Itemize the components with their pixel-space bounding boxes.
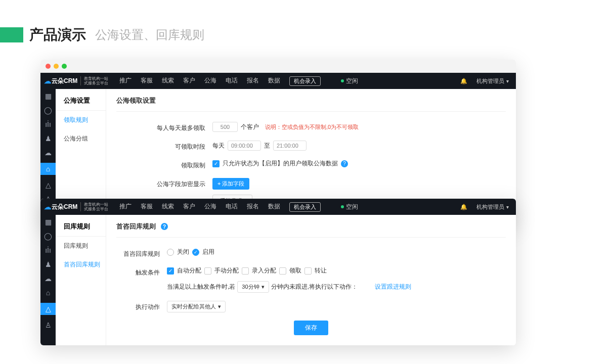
unit-text: 个客户 bbox=[241, 123, 259, 131]
iconbar-shield-icon[interactable]: ◯ bbox=[44, 106, 52, 114]
nav-item[interactable]: 数据 bbox=[268, 202, 280, 212]
iconbar: ▦ ◯ ıİı ♟ ☁ ⌂ △ ♙ bbox=[40, 215, 56, 345]
bell-icon[interactable] bbox=[460, 77, 467, 84]
save-button[interactable]: 保存 bbox=[294, 321, 328, 335]
trigger-mid-text: 分钟内未跟进,将执行以下动作： bbox=[271, 283, 358, 291]
checkbox-enabled-only[interactable]: ✓ bbox=[212, 160, 220, 167]
nav-item[interactable]: 报名 bbox=[247, 76, 259, 86]
select-minutes[interactable]: 30分钟▾ bbox=[237, 281, 269, 293]
user-menu[interactable]: 机构管理员 bbox=[476, 203, 509, 211]
logo-sub: 教育机构一站式服务云平台 bbox=[80, 76, 108, 85]
to-word: 至 bbox=[264, 142, 270, 150]
input-time-from[interactable] bbox=[228, 141, 261, 151]
help-icon[interactable]: ? bbox=[341, 160, 348, 167]
iconbar-stats-icon[interactable]: ıİı bbox=[44, 120, 52, 128]
nav-item[interactable]: 客服 bbox=[141, 76, 153, 86]
mac-zoom-icon[interactable] bbox=[62, 64, 67, 69]
label-first-rule: 首咨回库规则 bbox=[116, 248, 167, 258]
chk-auto-assign[interactable]: ✓ bbox=[167, 267, 174, 275]
radio-on[interactable] bbox=[192, 249, 199, 256]
select-action[interactable]: 实时分配给其他人▾ bbox=[167, 301, 226, 312]
bell-icon[interactable] bbox=[460, 203, 467, 210]
caret-down-icon: ▾ bbox=[261, 284, 265, 290]
accent-bar bbox=[0, 27, 23, 42]
content-title: 公海领取设置 bbox=[116, 96, 506, 112]
slide-subtitle: 公海设置、回库规则 bbox=[95, 27, 204, 43]
logo-text: 云朵CRM bbox=[52, 77, 77, 85]
iconbar-recycle-icon[interactable]: △ bbox=[40, 303, 56, 315]
nav-item[interactable]: 推广 bbox=[119, 202, 132, 212]
help-icon[interactable]: ? bbox=[161, 223, 168, 230]
input-time-to[interactable] bbox=[273, 141, 307, 151]
content-title: 首咨回库规则 ? bbox=[116, 222, 506, 238]
iconbar-user-icon[interactable]: ♟ bbox=[44, 134, 52, 143]
sidebar-item-groups[interactable]: 公海分组 bbox=[56, 129, 106, 148]
nav-item[interactable]: 公海 bbox=[204, 202, 216, 212]
iconbar-shield-icon[interactable]: ◯ bbox=[44, 232, 52, 240]
logo: ☁ 云朵CRM 教育机构一站式服务云平台 bbox=[40, 76, 112, 85]
iconbar-home-icon[interactable]: ⌂ bbox=[44, 289, 52, 297]
iconbar-home-icon[interactable]: ⌂ bbox=[40, 163, 56, 175]
iconbar-recycle-icon[interactable]: △ bbox=[44, 181, 52, 189]
label-max-claim: 每人每天最多领取 bbox=[116, 122, 212, 132]
nav-item[interactable]: 电话 bbox=[226, 202, 238, 212]
sidebar-item-first-return[interactable]: 首咨回库规则 bbox=[56, 255, 106, 274]
nav-opportunity-pill[interactable]: 机会录入 bbox=[289, 76, 321, 86]
sidebar-title: 回库规则 bbox=[56, 215, 106, 237]
label-claim-limit: 领取限制 bbox=[116, 159, 212, 170]
idle-dot-icon bbox=[341, 205, 344, 208]
nav-item[interactable]: 数据 bbox=[268, 76, 280, 86]
nav-item[interactable]: 电话 bbox=[226, 76, 238, 86]
topnav: ☁ 云朵CRM 教育机构一站式服务云平台 推广 客服 线索 客户 公海 电话 报… bbox=[40, 73, 516, 89]
chk-manual-assign[interactable] bbox=[204, 267, 211, 275]
trigger-pre-text: 当满足以上触发条件时,若 bbox=[167, 283, 235, 291]
chk-transfer[interactable] bbox=[304, 267, 312, 275]
link-followup-rule[interactable]: 设置跟进规则 bbox=[375, 283, 411, 291]
label-time-range: 可领取时段 bbox=[116, 141, 212, 151]
sidebar-title: 公海设置 bbox=[56, 89, 106, 111]
iconbar-dashboard-icon[interactable]: ▦ bbox=[44, 92, 52, 100]
claim-limit-text: 只允许状态为【启用】的用户领取公海数据 bbox=[223, 159, 338, 168]
slide-title: 产品演示 bbox=[29, 25, 86, 44]
caret-down-icon: ▾ bbox=[218, 303, 221, 310]
radio-off[interactable] bbox=[167, 249, 174, 256]
caret-down-icon bbox=[506, 204, 509, 210]
logo-icon: ☁ bbox=[44, 203, 51, 211]
nav-item[interactable]: 线索 bbox=[162, 202, 174, 212]
sidebar-item-return-rules[interactable]: 回库规则 bbox=[56, 237, 106, 255]
user-menu[interactable]: 机构管理员 bbox=[476, 77, 509, 85]
nav-item[interactable]: 报名 bbox=[247, 202, 259, 212]
topnav: ☁ 云朵CRM 教育机构一站式服务云平台 推广 客服 线索 客户 公海 电话 报… bbox=[40, 199, 516, 215]
logo-text: 云朵CRM bbox=[52, 203, 77, 211]
nav-item[interactable]: 线索 bbox=[162, 76, 174, 86]
nav-item[interactable]: 客户 bbox=[183, 76, 195, 86]
chk-claim[interactable] bbox=[279, 267, 286, 275]
nav-item[interactable]: 推广 bbox=[119, 76, 132, 86]
chk-input-assign[interactable] bbox=[242, 267, 249, 275]
iconbar-dashboard-icon[interactable]: ▦ bbox=[44, 218, 52, 226]
slide-header: 产品演示 公海设置、回库规则 bbox=[0, 0, 612, 60]
add-field-button[interactable]: + 添加字段 bbox=[212, 178, 249, 190]
window-return-rules: ☁ 云朵CRM 教育机构一站式服务云平台 推广 客服 线索 客户 公海 电话 报… bbox=[40, 199, 516, 345]
mac-close-icon[interactable] bbox=[46, 64, 51, 69]
logo-icon: ☁ bbox=[44, 77, 51, 85]
radio-off-label: 关闭 bbox=[177, 248, 189, 256]
sidebar-item-claim-rules[interactable]: 领取规则 bbox=[56, 111, 106, 129]
nav-item[interactable]: 公海 bbox=[204, 76, 216, 86]
input-max-claim[interactable] bbox=[212, 122, 238, 132]
prefix-daily: 每天 bbox=[212, 142, 225, 150]
idle-status: 空闲 bbox=[341, 77, 358, 85]
idle-status: 空闲 bbox=[341, 203, 358, 211]
nav-item[interactable]: 客户 bbox=[183, 202, 195, 212]
iconbar-cloud-icon[interactable]: ☁ bbox=[44, 149, 52, 157]
iconbar-stats-icon[interactable]: ıİı bbox=[44, 246, 52, 254]
iconbar-person-icon[interactable]: ♙ bbox=[44, 321, 52, 329]
mac-titlebar bbox=[40, 60, 516, 73]
iconbar-user-icon[interactable]: ♟ bbox=[44, 260, 52, 268]
content-area: 首咨回库规则 ? 首咨回库规则 关闭 启用 触发条件 bbox=[106, 215, 516, 345]
mac-minimize-icon[interactable] bbox=[54, 64, 59, 69]
iconbar-cloud-icon[interactable]: ☁ bbox=[44, 275, 52, 283]
nav-opportunity-pill[interactable]: 机会录入 bbox=[289, 202, 321, 212]
nav-item[interactable]: 客服 bbox=[141, 202, 153, 212]
label-trigger: 触发条件 bbox=[116, 266, 167, 277]
